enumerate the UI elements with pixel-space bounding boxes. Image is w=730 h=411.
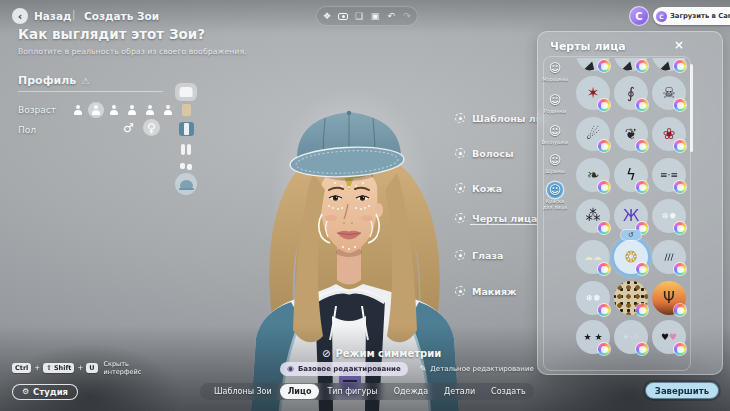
age-option-adult[interactable] [124,102,140,118]
category-face-paint[interactable]: ☺Краска для лица [541,182,569,211]
skull-and-roses-glyph: ☠ [662,86,675,101]
canvas-icon: C [656,11,667,22]
undo-icon[interactable]: ↶ [386,11,396,21]
hide-ui-hotkey-hint: Ctrl+⇧ Shift+UСкрыть интерфейс [12,360,144,376]
color-wheel-badge[interactable] [636,60,648,72]
symmetry-mode[interactable]: ⊘ Режим симметрии [322,348,441,359]
swatch-ink-drips[interactable]: ☄ [576,117,610,151]
swatch-palm-sunset[interactable]: Ψ [652,281,686,315]
swatch-paw-prints[interactable]: ⁂ [576,199,610,233]
menu-item-makeup[interactable]: Макияж [455,284,517,298]
category-scars[interactable]: ☺Шрамы [541,152,569,175]
color-wheel-badge[interactable] [598,304,610,316]
color-wheel-badge[interactable] [674,222,686,234]
color-wheel-badge[interactable] [598,99,610,111]
color-wheel-badge[interactable] [598,343,610,355]
close-icon[interactable]: × [672,38,686,52]
category-moles[interactable]: ☺Родинки [541,92,569,115]
menu-item-hair[interactable]: Волосы [455,146,513,160]
color-wheel-badge[interactable] [636,181,648,193]
tab-body-type[interactable]: Тип фигуры [319,384,385,399]
tab-face[interactable]: Лицо [280,384,320,399]
color-wheel-badge[interactable] [636,263,648,275]
color-wheel-badge[interactable] [636,99,648,111]
category-wrinkles[interactable]: ☺Морщины [541,60,569,83]
menu-item-facial-features[interactable]: Черты лица [455,211,537,225]
swatch-brush-stroke-1[interactable]: ◢ [576,58,610,71]
color-wheel-badge[interactable] [674,181,686,193]
color-wheel-badge[interactable] [674,343,686,355]
tab-zoi-templates[interactable]: Шаблоны Зои [206,384,280,399]
basic-edit-button[interactable]: ◉ Базовое редактирование [280,362,408,376]
finish-button[interactable]: Завершить [645,382,719,399]
color-wheel-badge[interactable] [674,304,686,316]
pose-icon[interactable]: ▣ [370,11,380,21]
color-wheel-badge[interactable] [674,263,686,275]
color-wheel-badge[interactable] [598,60,610,72]
color-wheel-badge[interactable] [636,140,648,152]
breadcrumb-back[interactable]: Назад [34,10,72,22]
swatch-leopard-print[interactable] [614,281,648,315]
age-option-infant[interactable] [70,102,86,118]
breadcrumb-separator: | [72,9,75,20]
color-wheel-badge[interactable] [598,263,610,275]
swatch-pixel-clouds[interactable]: ☁☁ [576,240,610,274]
studio-button[interactable]: ⚙ Студия [12,384,78,400]
age-option-child[interactable] [88,102,104,118]
color-wheel-badge[interactable] [674,140,686,152]
gender-option-female[interactable]: ♀ [143,119,160,136]
color-wheel-badge[interactable] [598,181,610,193]
color-wheel-badge[interactable] [636,343,648,355]
outfit-slot-cap[interactable] [175,173,197,195]
swatch-gold-ornament[interactable]: ❂↺ [614,240,648,274]
outfit-slot-bottoms[interactable] [175,101,197,119]
back-button[interactable]: ‹ [12,8,28,24]
swatch-claw-scratches[interactable]: ∕∕∕ [652,240,686,274]
swatch-butterfly[interactable]: Ж [614,199,648,233]
swatch-snowflakes[interactable]: ❄❅ [576,281,610,315]
upload-to-canvas-button[interactable]: C Загрузить в Canvas [653,7,730,25]
outfit-slot-boots[interactable] [175,140,197,158]
category-freckles[interactable]: ☺Веснушки [541,123,569,146]
swatch-red-star[interactable]: ✶ [576,76,610,110]
swatch-star-pair[interactable]: ★ ★ [576,320,610,354]
color-wheel-badge[interactable] [598,140,610,152]
swatch-hearts[interactable]: ♥♥ [652,320,686,354]
swatch-skull-and-roses[interactable]: ☠ [652,76,686,110]
outfit-slot-top[interactable] [175,83,197,101]
swatch-thorn-vine[interactable]: ∮ [614,76,648,110]
tab-create[interactable]: Создать [483,384,534,399]
redo-icon[interactable]: ↷ [402,11,412,21]
fit-view-icon[interactable]: ❏ [354,11,364,21]
color-wheel-badge[interactable] [598,222,610,234]
swatch-brush-stroke-3[interactable]: ◢ [652,58,686,71]
color-wheel-badge[interactable] [674,99,686,111]
reset-swatch-button[interactable]: ↺ [621,230,641,240]
age-option-senior[interactable] [160,102,176,118]
swatch-dark-wings[interactable]: ❦ [614,117,648,151]
swatch-cat-whiskers[interactable]: ≡·≡ [652,158,686,192]
reticle-icon [455,148,465,158]
swatch-snowflake-and-sun[interactable]: ❄✹ [652,199,686,233]
gender-option-male[interactable]: ♂ [120,119,137,136]
tab-details[interactable]: Детали [436,384,483,399]
swatch-sparkles[interactable]: ✦·✧ [614,320,648,354]
menu-item-eyes[interactable]: Глаза [455,248,503,262]
menu-item-face-templates[interactable]: Шаблоны лиц [455,111,549,125]
age-option-teen[interactable] [106,102,122,118]
menu-item-skin[interactable]: Кожа [455,181,502,195]
tab-clothes[interactable]: Одежда [386,384,436,399]
color-wheel-badge[interactable] [636,304,648,316]
menu-item-label: Волосы [472,148,513,159]
swatch-lightning-bolt[interactable]: ϟ [614,158,648,192]
camera-icon[interactable] [338,13,348,20]
age-option-middle-aged[interactable] [142,102,158,118]
swatch-brush-stroke-2[interactable]: ◢ [614,58,648,71]
swatch-fern-strokes[interactable]: ❧ [576,158,610,192]
outfit-slot-jacket[interactable] [175,120,197,138]
randomize-icon[interactable]: ❖ [322,11,332,21]
canvas-badge[interactable]: C [629,6,649,26]
color-wheel-badge[interactable] [674,60,686,72]
swatch-red-rose[interactable]: ❀ [652,117,686,151]
detail-edit-button[interactable]: ✎ Детальное редактирование [420,365,534,373]
